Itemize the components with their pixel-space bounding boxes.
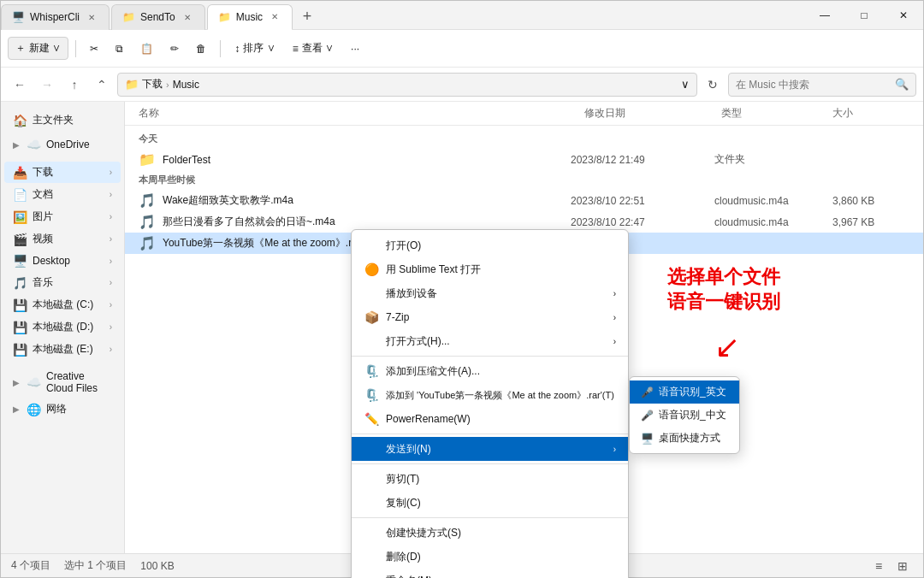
list-view-button[interactable]: ≡ [868, 556, 889, 576]
creative-cloud-icon: ☁️ [27, 375, 41, 389]
ctx-create-shortcut[interactable]: 创建快捷方式(S) [352, 521, 628, 545]
rename-button[interactable]: ✏ [163, 39, 186, 58]
tab-whispercli-close[interactable]: ✕ [85, 10, 98, 24]
new-tab-button[interactable]: + [294, 4, 320, 30]
tab-music[interactable]: 📁 Music ✕ [207, 4, 293, 30]
ctx-powerrename[interactable]: ✏️ PowerRename(W) [352, 407, 628, 431]
new-button[interactable]: ＋ 新建 ∨ [8, 37, 68, 60]
documents-icon: 📄 [13, 188, 27, 202]
sidebar-item-e-drive[interactable]: 💾 本地磁盘 (E:) › [4, 339, 121, 360]
sidebar-item-videos-label: 视频 [33, 232, 104, 246]
file-row-foldertest[interactable]: 📁 FolderTest 2023/8/12 21:49 文件夹 [125, 149, 923, 170]
search-bar[interactable]: 🔍 [728, 73, 916, 97]
ctx-7zip[interactable]: 📦 7-Zip › [352, 305, 628, 329]
tab-whispercli-icon: 🖥️ [12, 11, 25, 23]
ctx-openwith-icon [364, 333, 379, 349]
refresh-button[interactable]: ↻ [701, 73, 725, 97]
wake-name: Wake超细致英文歌教学.m4a [163, 193, 564, 208]
sidebar-item-videos[interactable]: 🎬 视频 › [4, 228, 121, 250]
breadcrumb[interactable]: 📁 下载 › Music ∨ [117, 73, 697, 97]
sidebar-item-d-drive[interactable]: 💾 本地磁盘 (D:) › [4, 316, 121, 338]
submenu-speech-cn[interactable]: 🎤 语音识别_中文 [630, 404, 739, 427]
ctx-open[interactable]: 打开(O) [352, 233, 628, 257]
pictures-icon: 🖼️ [13, 210, 27, 224]
delete-icon: 🗑 [196, 43, 206, 55]
tab-music-close[interactable]: ✕ [268, 10, 281, 24]
tab-sendto[interactable]: 📁 SendTo ✕ [111, 4, 205, 30]
window-controls: — □ ✕ [805, 1, 923, 30]
ctx-cast-label: 播放到设备 [386, 286, 437, 301]
recent-button[interactable]: ⌃ [90, 73, 114, 97]
tab-sendto-close[interactable]: ✕ [181, 10, 194, 24]
sidebar-item-creative-cloud[interactable]: ▶ ☁️ Creative Cloud Files [4, 367, 121, 398]
search-input[interactable] [736, 79, 891, 91]
submenu-desktop-shortcut[interactable]: 🖥️ 桌面快捷方式 [630, 427, 739, 450]
submenu-speech-en[interactable]: 🎤 语音识别_英文 [630, 380, 739, 404]
ctx-cut-icon [364, 471, 379, 487]
maximize-button[interactable]: □ [844, 1, 884, 30]
sidebar-item-home[interactable]: 🏠 主文件夹 [4, 109, 121, 131]
japanese-icon: 🎵 [139, 214, 156, 230]
desktop-shortcut-icon: 🖥️ [640, 432, 654, 445]
ctx-cut[interactable]: 剪切(T) [352, 467, 628, 491]
speech-en-icon: 🎤 [640, 386, 654, 399]
file-row-wake[interactable]: 🎵 Wake超细致英文歌教学.m4a 2023/8/10 22:51 cloud… [125, 190, 923, 211]
view-button[interactable]: ≡ 查看 ∨ [286, 38, 341, 59]
ctx-sendto-label: 发送到(N) [386, 442, 431, 457]
tab-whispercli[interactable]: 🖥️ WhisperCli ✕ [1, 4, 110, 30]
foldertest-type: 文件夹 [714, 152, 826, 167]
ctx-delete[interactable]: 删除(D) [352, 545, 628, 569]
submenu: 🎤 语音识别_英文 🎤 语音识别_中文 🖥️ 桌面快捷方式 [629, 376, 740, 454]
sort-button[interactable]: ↕ 排序 ∨ [228, 38, 281, 59]
more-icon: ··· [351, 43, 359, 55]
column-name[interactable]: 名称 [139, 106, 584, 121]
more-button[interactable]: ··· [344, 39, 366, 58]
back-button[interactable]: ← [8, 73, 32, 97]
sidebar-item-downloads[interactable]: 📥 下载 › [4, 162, 121, 183]
ctx-sendto[interactable]: 发送到(N) › [352, 437, 628, 461]
minimize-button[interactable]: — [805, 1, 844, 30]
videos-arrow: › [110, 234, 112, 244]
close-button[interactable]: ✕ [884, 1, 923, 30]
grid-view-button[interactable]: ⊞ [892, 556, 913, 576]
forward-button[interactable]: → [35, 73, 59, 97]
ctx-create-shortcut-label: 创建快捷方式(S) [386, 526, 461, 540]
ctx-copy[interactable]: 复制(C) [352, 491, 628, 515]
breadcrumb-dropdown-icon[interactable]: ∨ [681, 78, 690, 91]
ctx-cast[interactable]: 播放到设备 › [352, 281, 628, 305]
sidebar-item-network[interactable]: ▶ 🌐 网络 [4, 398, 121, 420]
annotation-text: 选择单个文件语音一键识别 [667, 265, 780, 314]
sidebar-item-onedrive[interactable]: ▶ ☁️ OneDrive [4, 134, 121, 155]
ctx-7zip-arrow: › [613, 313, 616, 322]
ctx-compress-zip[interactable]: 🗜️ 添加到压缩文件(A)... [352, 359, 628, 383]
sidebar-item-c-drive[interactable]: 💾 本地磁盘 (C:) › [4, 294, 121, 316]
ctx-sublime[interactable]: 🟠 用 Sublime Text 打开 [352, 257, 628, 281]
delete-button[interactable]: 🗑 [189, 39, 213, 58]
downloads-arrow: › [110, 168, 112, 177]
column-size[interactable]: 大小 [832, 106, 909, 121]
sidebar-item-pictures[interactable]: 🖼️ 图片 › [4, 206, 121, 227]
nav-bar: ← → ↑ ⌃ 📁 下载 › Music ∨ ↻ 🔍 [1, 68, 923, 102]
sidebar-item-music[interactable]: 🎵 音乐 › [4, 272, 121, 293]
copy-icon: ⧉ [116, 43, 123, 55]
up-button[interactable]: ↑ [62, 73, 86, 97]
sidebar-item-documents[interactable]: 📄 文档 › [4, 184, 121, 205]
sidebar-item-music-label: 音乐 [33, 275, 104, 290]
ctx-open-with[interactable]: 打开方式(H)... › [352, 329, 628, 353]
sidebar-item-desktop[interactable]: 🖥️ Desktop › [4, 251, 121, 271]
wake-icon: 🎵 [139, 192, 156, 209]
e-drive-icon: 💾 [13, 343, 27, 357]
paste-button[interactable]: 📋 [133, 39, 160, 58]
videos-icon: 🎬 [13, 233, 27, 246]
ctx-rename[interactable]: 重命名(M) [352, 569, 628, 578]
network-expand-icon: ▶ [13, 404, 20, 414]
column-date[interactable]: 修改日期 [584, 106, 721, 121]
copy-button[interactable]: ⧉ [109, 39, 130, 58]
ctx-compress-rar[interactable]: 🗜️ 添加到 'YouTube第一条视频《Me at the zoom》.rar… [352, 383, 628, 407]
column-type[interactable]: 类型 [721, 106, 832, 121]
tab-sendto-label: SendTo [140, 11, 175, 23]
cut-button[interactable]: ✂ [83, 39, 105, 58]
tab-sendto-icon: 📁 [122, 11, 135, 23]
breadcrumb-separator: › [166, 80, 169, 90]
sidebar: 🏠 主文件夹 ▶ ☁️ OneDrive 📥 下载 › 📄 文档 › 🖼️ [1, 102, 125, 553]
